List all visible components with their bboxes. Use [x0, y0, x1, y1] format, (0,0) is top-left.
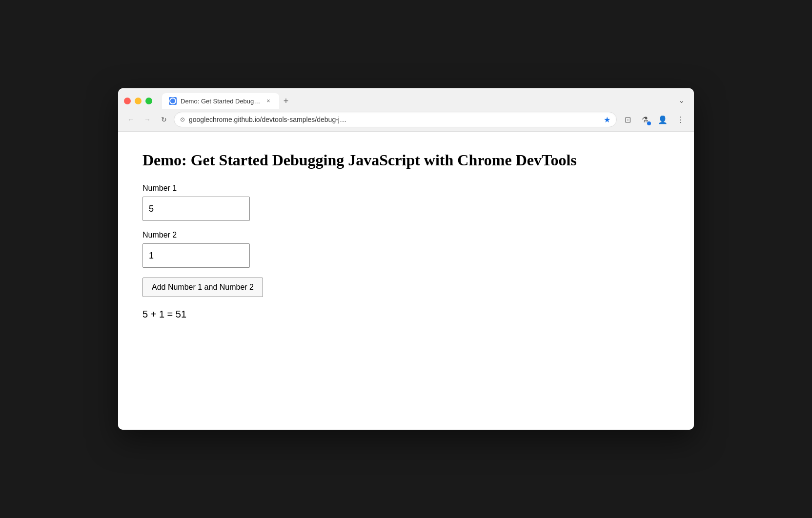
- address-security-icon: ⊙: [180, 116, 185, 123]
- number2-input[interactable]: [142, 243, 250, 268]
- extensions-button[interactable]: ⊡: [620, 112, 635, 127]
- add-button[interactable]: Add Number 1 and Number 2: [142, 278, 263, 297]
- tabs-row: Demo: Get Started Debuggin… × +: [162, 93, 293, 109]
- forward-button[interactable]: →: [141, 113, 154, 126]
- back-button[interactable]: ←: [124, 113, 138, 126]
- reload-button[interactable]: ↻: [157, 113, 171, 126]
- nav-icons-group: ⊡ ⚗ 👤 ⋮: [620, 112, 688, 127]
- number1-input[interactable]: [142, 197, 250, 221]
- address-text: googlechrome.github.io/devtools-samples/…: [189, 116, 600, 123]
- profile-button[interactable]: 👤: [655, 112, 670, 127]
- traffic-light-minimize[interactable]: [135, 98, 142, 104]
- result-display: 5 + 1 = 51: [142, 309, 670, 320]
- number2-group: Number 2: [142, 231, 670, 268]
- page-content: Demo: Get Started Debugging JavaScript w…: [118, 132, 694, 430]
- page-title: Demo: Get Started Debugging JavaScript w…: [142, 151, 670, 169]
- extensions-icon: ⊡: [625, 115, 631, 124]
- devtools-lab-button[interactable]: ⚗: [637, 112, 653, 127]
- number1-group: Number 1: [142, 184, 670, 221]
- menu-button[interactable]: ⋮: [672, 112, 688, 127]
- tab-dropdown-button[interactable]: ⌄: [674, 93, 688, 107]
- number2-label: Number 2: [142, 231, 670, 239]
- number1-label: Number 1: [142, 184, 670, 193]
- traffic-light-fullscreen[interactable]: [145, 98, 152, 104]
- tab-close-button[interactable]: ×: [264, 97, 272, 105]
- new-tab-button[interactable]: +: [279, 94, 293, 108]
- nav-bar: ← → ↻ ⊙ googlechrome.github.io/devtools-…: [118, 109, 694, 132]
- browser-window: Demo: Get Started Debuggin… × + ⌄ ← → ↻ …: [118, 88, 694, 430]
- traffic-lights: [124, 98, 152, 104]
- lab-dot-badge: [647, 121, 651, 125]
- profile-icon: 👤: [658, 115, 668, 124]
- traffic-light-close[interactable]: [124, 98, 131, 104]
- title-bar: Demo: Get Started Debuggin… × + ⌄: [118, 88, 694, 109]
- active-tab[interactable]: Demo: Get Started Debuggin… ×: [162, 93, 279, 109]
- tab-favicon-icon: [169, 97, 177, 105]
- address-bar[interactable]: ⊙ googlechrome.github.io/devtools-sample…: [174, 112, 617, 127]
- tab-title: Demo: Get Started Debuggin…: [181, 98, 261, 105]
- bookmark-star-icon[interactable]: ★: [604, 115, 610, 124]
